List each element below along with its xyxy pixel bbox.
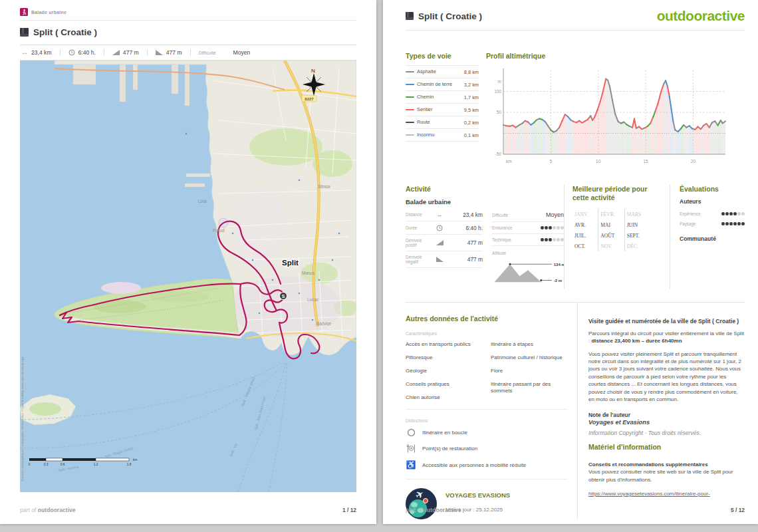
characteristic-item: Géologie (406, 368, 483, 374)
stat-ascent: 477 m (104, 49, 148, 56)
top-section: Types de voie Asphalte8,8 kmChemin de te… (406, 52, 745, 169)
activity-heading: Activité (406, 185, 564, 193)
rating-dot (725, 222, 729, 225)
best-period-column: Meilleure période pour cette activité JA… (564, 185, 651, 289)
characteristic-item: Chien autorisé (406, 394, 483, 401)
way-type-swatch (406, 134, 414, 136)
month-cell: MAI (598, 219, 624, 230)
svg-text:Lora: Lora (198, 199, 207, 203)
endurance-dots (541, 226, 564, 229)
way-type-value: 0,2 km (464, 120, 479, 126)
right-footer: part of outdooractive 5 / 12 (406, 507, 745, 513)
characteristic-item: Itinéraire à étapes (491, 341, 568, 348)
provider-name: VOYAGES EVASIONS (445, 491, 510, 499)
svg-text:0.3: 0.3 (44, 463, 49, 466)
way-type-value: 1,7 km (464, 94, 479, 100)
svg-text:5: 5 (550, 159, 553, 164)
elevation-heading: Profil altimétrique (486, 52, 745, 60)
svg-text:0.6: 0.6 (61, 463, 65, 466)
svg-text:m: m (498, 79, 501, 84)
description-title: Visite guidée et numérotée de la ville d… (588, 317, 745, 325)
month-cell: FÉVR. (598, 209, 624, 219)
tour-thumbnail-small (406, 12, 414, 20)
category-row: Balade urbaine (20, 8, 356, 21)
month-cell: DÉC. (625, 241, 651, 251)
way-type-row: Chemin1,7 km (406, 91, 479, 104)
month-cell: OCT. (572, 241, 598, 251)
svg-text:-50: -50 (495, 152, 502, 156)
stat-duration: 6:40 h. (61, 49, 104, 56)
rating-dot (729, 212, 733, 215)
material-heading: Matériel d'information (588, 443, 745, 451)
svg-text:Bačvice: Bačvice (316, 321, 332, 326)
wheelchair-icon: ♿ (406, 460, 416, 469)
page-title: Split ( Croatie ) (33, 27, 97, 37)
page-left: Balade urbaine Split ( Croatie ) ↔ 23,4 … (0, 0, 376, 524)
distinction-accessible: ♿ Accessible aux personnes à mobilité ré… (406, 460, 568, 469)
svg-text:S: S (282, 294, 285, 299)
other-data-column: Autres données de l'activité Caractérist… (406, 303, 568, 519)
difficulty-row: Difficulté Moyen (492, 208, 564, 222)
experience-row: Expérience (680, 209, 745, 219)
provider-link[interactable]: https://www.voyagesetevasions.com/itiner… (588, 491, 710, 497)
svg-text:8227: 8227 (305, 97, 314, 101)
map-canvas: 8227 Spl (20, 61, 356, 492)
provider-logo: ✈ (406, 488, 437, 519)
way-type-label: Sentier (417, 107, 464, 113)
tour-map[interactable]: 8227 Spl (20, 61, 356, 492)
way-types-heading: Types de voie (406, 52, 479, 60)
way-type-row: Chemin de terre3,2 km (406, 78, 479, 91)
way-type-value: 8,8 km (464, 69, 479, 75)
other-data-heading: Autres données de l'activité (406, 315, 568, 323)
rating-dot (545, 226, 548, 229)
characteristic-item: Accès en transports publics (406, 341, 483, 348)
characteristic-item: Itinéraire passant par des sommets (491, 381, 568, 394)
svg-text:134 m: 134 m (554, 262, 564, 267)
left-footer: part of outdooractive 1 / 12 (20, 507, 356, 513)
stat-distance: ↔ 23,4 km (20, 49, 61, 56)
svg-text:km: km (506, 159, 512, 164)
description-column: Visite guidée et numérotée de la ville d… (577, 303, 745, 519)
svg-text:50: 50 (497, 110, 502, 114)
rating-dot (549, 226, 552, 229)
way-type-swatch (406, 71, 414, 72)
way-type-swatch (406, 109, 414, 110)
rating-dot (733, 212, 737, 215)
distinctions-label: Distinctions (406, 418, 568, 423)
copyright-note: Information Copyright - Tous droits rése… (588, 430, 745, 436)
outdooractive-logo: outdooractive (657, 8, 745, 24)
hill-clearing (101, 282, 141, 294)
authors-label: Auteurs (680, 198, 745, 205)
left-page-header: Balade urbaine Split ( Croatie ) ↔ 23,4 … (20, 8, 356, 61)
part-of-brand: part of outdooractive (20, 507, 76, 513)
advice-text: Vous pouvez consulter notre site web sur… (588, 468, 745, 483)
way-type-row: Route0,2 km (406, 116, 479, 129)
experience-dots (721, 212, 745, 215)
svg-text:Poljud: Poljud (213, 228, 225, 233)
activity-type: Balade urbaine (406, 198, 564, 205)
city-label: Split (282, 259, 299, 267)
ratings-heading: Évaluations (680, 185, 745, 193)
way-type-label: Route (417, 120, 464, 126)
community-label: Communauté (680, 235, 745, 242)
stats-bar: ↔ 23,4 km 6:40 h. 477 m 477 m Difficulté… (20, 45, 356, 61)
activity-column: Activité Balade urbaine Distance ↔ 23,4 … (406, 185, 564, 289)
rating-dot (545, 238, 548, 241)
pin-icon (423, 498, 428, 503)
distinction-loop: Itinéraire en boucle (406, 428, 568, 437)
characteristics-list: Accès en transports publicsPittoresqueGé… (406, 341, 568, 401)
way-type-label: Chemin (417, 94, 464, 100)
activity-row-distance: Distance ↔ 23,4 km (406, 208, 483, 221)
best-period-heading: Meilleure période pour cette activité (572, 185, 651, 202)
rating-dot (737, 222, 741, 225)
ratings-column: Évaluations Auteurs Expérience Paysage C… (670, 185, 745, 289)
way-type-row: Asphalte8,8 km (406, 66, 479, 78)
ascent-icon (434, 239, 445, 246)
distinction-restaurant: Point(s) de restauration (406, 444, 568, 453)
way-type-value: 3,2 km (464, 82, 479, 88)
month-cell: JANV. (572, 209, 598, 219)
svg-text:1.2: 1.2 (94, 463, 98, 466)
elevation-section: Profil altimétrique 501005101520m-50km (486, 52, 745, 169)
rating-dot (733, 222, 737, 225)
rating-dot (725, 212, 729, 215)
